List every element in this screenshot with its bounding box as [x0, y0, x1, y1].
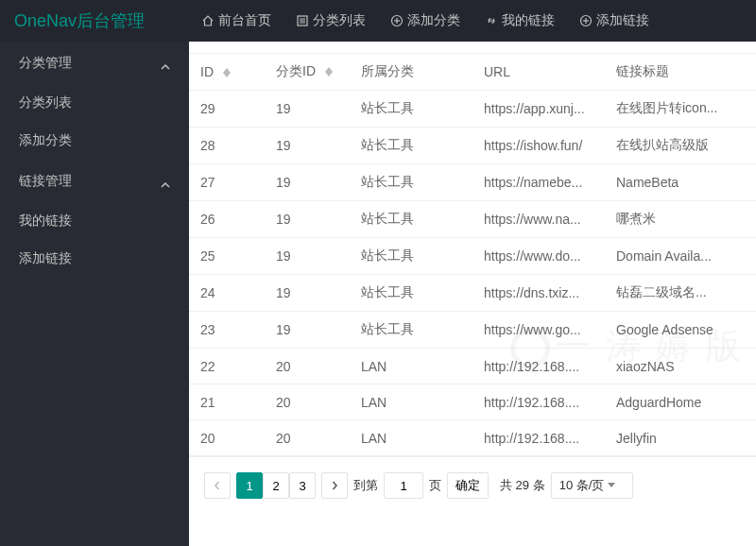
table-row: 2519站长工具https://www.do...Domain Availa..…: [189, 238, 756, 275]
sidebar-group-1[interactable]: 链接管理: [0, 160, 189, 202]
list-icon: [296, 14, 309, 27]
cell-url: http://192.168....: [472, 349, 605, 384]
pager-page-3[interactable]: 3: [289, 472, 316, 499]
cell-id: 26: [189, 201, 265, 238]
topnav-item-3[interactable]: 我的链接: [472, 0, 567, 42]
cell-title: Jellyfin: [605, 420, 756, 456]
cell-cid: 19: [265, 128, 350, 164]
cell-title: xiaozNAS: [605, 349, 756, 384]
topnav-item-label: 分类列表: [313, 12, 366, 29]
sidebar-item-0-1[interactable]: 添加分类: [0, 122, 189, 160]
cell-cat: 站长工具: [350, 201, 472, 238]
pager-prev-button[interactable]: [204, 472, 231, 499]
cell-id: 20: [189, 420, 265, 456]
cell-title: 在线扒站高级版: [605, 128, 756, 164]
cell-id: 23: [189, 312, 265, 349]
cell-cat: 站长工具: [350, 164, 472, 201]
pager-next-button[interactable]: [321, 472, 348, 499]
table-row: 2120LANhttp://192.168....AdguardHome: [189, 384, 756, 420]
topnav-item-label: 我的链接: [502, 12, 555, 29]
table-row: 2919站长工具https://app.xunj...在线图片转icon...: [189, 91, 756, 128]
pager-jump-input[interactable]: [384, 472, 423, 499]
cell-url: https://www.go...: [472, 312, 605, 349]
cell-cat: 站长工具: [350, 238, 472, 275]
sidebar-item-1-0[interactable]: 我的链接: [0, 202, 189, 240]
pager-jump-label-pre: 到第: [353, 477, 378, 494]
topnav-item-4[interactable]: 添加链接: [567, 0, 662, 42]
sidebar-group-label: 分类管理: [19, 55, 72, 72]
cell-url: https://ishow.fun/: [472, 128, 605, 164]
cell-url: http://192.168....: [472, 384, 605, 420]
sort-icon: [223, 68, 231, 77]
cell-cid: 20: [265, 384, 350, 420]
cell-id: 29: [189, 91, 265, 128]
table-row: 2719站长工具https://namebe...NameBeta: [189, 164, 756, 201]
topnav-item-2[interactable]: 添加分类: [378, 0, 472, 42]
cell-title: 钻磊二级域名...: [605, 275, 756, 312]
cell-cid: 19: [265, 91, 350, 128]
caret-up-icon: [161, 59, 170, 68]
brand-title: OneNav后台管理: [0, 0, 189, 42]
header: OneNav后台管理 前台首页分类列表添加分类我的链接添加链接: [0, 0, 756, 42]
table-row: 2619站长工具https://www.na...哪煮米: [189, 201, 756, 238]
topnav-item-0[interactable]: 前台首页: [189, 0, 284, 42]
plus-icon: [579, 14, 593, 27]
link-icon: [485, 14, 498, 27]
cell-cid: 19: [265, 201, 350, 238]
col-cid[interactable]: 分类ID: [265, 54, 350, 91]
cell-title: AdguardHome: [605, 384, 756, 420]
sidebar-group-0[interactable]: 分类管理: [0, 42, 189, 84]
topnav-item-label: 前台首页: [218, 12, 271, 29]
cell-id: 27: [189, 164, 265, 201]
pager-page-1[interactable]: 1: [236, 472, 263, 499]
topnav-item-1[interactable]: 分类列表: [284, 0, 378, 42]
cell-cat: LAN: [350, 384, 472, 420]
col-id[interactable]: ID: [189, 54, 265, 91]
col-label: 分类ID: [276, 63, 316, 78]
pager-jump-label-post: 页: [429, 477, 441, 494]
sort-icon: [325, 67, 333, 77]
cell-url: https://dns.txiz...: [472, 275, 605, 312]
cell-id: 28: [189, 128, 265, 164]
pager-confirm-button[interactable]: 确定: [447, 472, 489, 499]
table-row: 2319站长工具https://www.go...Google Adsense: [189, 312, 756, 349]
sidebar-item-label: 分类列表: [19, 94, 72, 111]
sidebar: 分类管理分类列表添加分类链接管理我的链接添加链接: [0, 42, 189, 546]
col-cat: 所属分类: [350, 54, 472, 91]
table-row: 2220LANhttp://192.168....xiaozNAS: [189, 349, 756, 384]
pagination: 123 到第 页 确定 共 29 条 10 条/页: [189, 456, 756, 514]
col-url: URL: [472, 54, 605, 91]
cell-id: 24: [189, 275, 265, 312]
links-table: ID 分类ID 所属分类URL链接标题 2919站长工具https://app.…: [189, 53, 756, 456]
main-content: ID 分类ID 所属分类URL链接标题 2919站长工具https://app.…: [189, 42, 756, 546]
sidebar-item-0-0[interactable]: 分类列表: [0, 84, 189, 122]
table-header-row: ID 分类ID 所属分类URL链接标题: [189, 54, 756, 91]
cell-cid: 20: [265, 420, 350, 456]
cell-cid: 19: [265, 238, 350, 275]
table-row: 2020LANhttp://192.168....Jellyfin: [189, 420, 756, 456]
cell-cat: 站长工具: [350, 275, 472, 312]
table-body: 2919站长工具https://app.xunj...在线图片转icon...2…: [189, 91, 756, 456]
top-nav: 前台首页分类列表添加分类我的链接添加链接: [189, 0, 662, 42]
cell-cat: 站长工具: [350, 91, 472, 128]
cell-id: 25: [189, 238, 265, 275]
col-label: URL: [484, 64, 510, 79]
chevron-left-icon: [213, 481, 222, 490]
cell-cid: 19: [265, 312, 350, 349]
col-label: 链接标题: [616, 63, 669, 78]
cell-title: 哪煮米: [605, 201, 756, 238]
cell-cid: 20: [265, 349, 350, 384]
sidebar-item-1-1[interactable]: 添加链接: [0, 240, 189, 278]
cell-title: NameBeta: [605, 164, 756, 201]
sidebar-item-label: 添加分类: [19, 132, 72, 149]
sidebar-item-label: 添加链接: [19, 250, 72, 267]
pager-page-2[interactable]: 2: [263, 472, 289, 499]
col-label: ID: [200, 64, 214, 79]
pager-total-text: 共 29 条: [500, 477, 545, 494]
cell-cid: 19: [265, 164, 350, 201]
pager-perpage-select[interactable]: 10 条/页: [551, 472, 634, 499]
chevron-right-icon: [330, 481, 339, 490]
cell-id: 22: [189, 349, 265, 384]
cell-cid: 19: [265, 275, 350, 312]
cell-url: https://www.do...: [472, 238, 605, 275]
